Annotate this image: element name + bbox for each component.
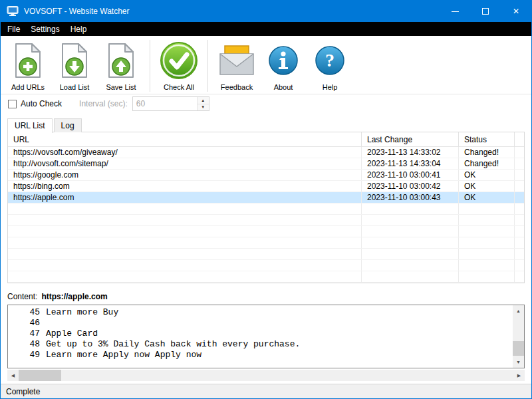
line-text: Learn more Buy xyxy=(46,307,118,318)
line-number: 46 xyxy=(8,318,40,329)
maximize-button[interactable] xyxy=(470,1,501,22)
cell-url: https://google.com xyxy=(8,170,362,180)
line-text: Learn more Apply now Apply now xyxy=(46,350,201,360)
vertical-scrollbar[interactable]: ▲ ▼ xyxy=(513,305,524,368)
auto-check-label: Auto Check xyxy=(21,99,62,108)
content-label: Content: xyxy=(7,292,37,301)
table-row-empty xyxy=(8,283,524,283)
cell-url: http://vovsoft.com/sitemap/ xyxy=(8,158,362,169)
status-text: Complete xyxy=(6,387,40,396)
document-up-arrow-icon xyxy=(106,38,136,83)
maximize-icon xyxy=(482,8,489,15)
minimize-button[interactable] xyxy=(440,1,470,22)
table-row-empty xyxy=(8,203,524,215)
scroll-right-arrow-icon[interactable]: ▶ xyxy=(513,370,525,381)
vertical-scroll-thumb[interactable] xyxy=(513,341,524,356)
load-list-button[interactable]: Load List xyxy=(54,38,95,92)
scroll-left-arrow-icon[interactable]: ◀ xyxy=(7,370,19,381)
cell-status: OK xyxy=(459,181,515,192)
toolbar-separator xyxy=(150,40,150,92)
options-row: Auto Check Interval (sec): 60 ▲ ▼ xyxy=(1,94,531,113)
scroll-down-arrow-icon[interactable]: ▼ xyxy=(513,356,524,368)
toolbar-button-label: Load List xyxy=(60,83,90,92)
add-urls-button[interactable]: Add URLs xyxy=(7,38,49,92)
tab-log[interactable]: Log xyxy=(54,118,82,132)
feedback-button[interactable]: Feedback xyxy=(216,38,257,92)
tabs-section: URL List Log URL Last Change Status http… xyxy=(7,118,525,283)
close-button[interactable]: ✕ xyxy=(501,1,531,22)
cell-url: https://vovsoft.com/giveaway/ xyxy=(8,147,362,158)
check-all-button[interactable]: Check All xyxy=(158,38,200,92)
green-check-circle-icon xyxy=(160,38,198,83)
table-row-empty xyxy=(8,249,524,260)
menu-file[interactable]: File xyxy=(2,23,25,35)
cell-url: https://apple.com xyxy=(8,192,362,203)
cell-last-change: 2023-11-13 14:33:02 xyxy=(362,147,459,158)
toolbar: Add URLs Load List xyxy=(1,36,531,94)
cell-status: Changed! xyxy=(459,147,515,158)
content-text[interactable]: 45Learn more Buy 46 47Apple Card 48Get u… xyxy=(8,305,513,368)
line-text: Get up to 3% Daily Cash back with every … xyxy=(46,339,300,350)
tab-url-list[interactable]: URL List xyxy=(7,118,53,133)
interval-spinbox[interactable]: 60 ▲ ▼ xyxy=(132,96,209,111)
table-row[interactable]: http://vovsoft.com/sitemap/ 2023-11-13 1… xyxy=(8,158,524,170)
toolbar-button-label: Save List xyxy=(106,83,136,92)
table-row[interactable]: https://bing.com 2023-11-10 03:00:42 OK xyxy=(8,181,524,192)
table-row-empty xyxy=(8,215,524,226)
line-number: 47 xyxy=(8,329,40,339)
vertical-scroll-track[interactable] xyxy=(513,317,524,356)
question-circle-icon: ? xyxy=(315,38,345,83)
column-header-status[interactable]: Status xyxy=(459,132,515,146)
toolbar-button-label: Help xyxy=(323,83,338,92)
status-bar: Complete xyxy=(1,384,531,398)
tab-strip: URL List Log xyxy=(7,118,525,132)
menu-bar: File Settings Help xyxy=(1,22,531,36)
document-plus-icon xyxy=(13,38,43,83)
toolbar-button-label: About xyxy=(274,83,293,92)
table-row-empty xyxy=(8,226,524,237)
interval-spin-up[interactable]: ▲ xyxy=(198,97,209,104)
content-url: https://apple.com xyxy=(41,292,107,301)
table-row[interactable]: https://vovsoft.com/giveaway/ 2023-11-13… xyxy=(8,147,524,158)
svg-text:?: ? xyxy=(325,50,334,70)
column-header-filler xyxy=(515,132,525,146)
title-bar: VOVSOFT - Website Watcher ✕ xyxy=(1,1,531,22)
menu-help[interactable]: Help xyxy=(65,23,92,35)
cell-last-change: 2023-11-10 03:00:42 xyxy=(362,181,459,192)
url-list-panel: URL Last Change Status https://vovsoft.c… xyxy=(7,132,525,283)
horizontal-scroll-thumb[interactable] xyxy=(19,370,61,381)
table-row-selected[interactable]: https://apple.com 2023-11-10 03:00:43 OK xyxy=(8,192,524,203)
content-viewer[interactable]: 45Learn more Buy 46 47Apple Card 48Get u… xyxy=(7,305,525,368)
line-text: Apple Card xyxy=(46,329,98,339)
info-circle-icon xyxy=(268,38,299,83)
toolbar-button-label: Check All xyxy=(164,83,194,92)
toolbar-button-label: Add URLs xyxy=(11,83,45,92)
toolbar-separator xyxy=(207,40,208,92)
interval-spin-down[interactable]: ▼ xyxy=(198,104,209,111)
window-title: VOVSOFT - Website Watcher xyxy=(24,7,129,16)
column-header-last-change[interactable]: Last Change xyxy=(362,132,459,146)
scroll-up-arrow-icon[interactable]: ▲ xyxy=(513,305,524,317)
table-header: URL Last Change Status xyxy=(8,132,524,147)
cell-status: OK xyxy=(459,192,515,203)
interval-value[interactable]: 60 xyxy=(133,97,197,110)
help-button[interactable]: ? Help xyxy=(309,38,350,92)
about-button[interactable]: About xyxy=(263,38,304,92)
table-row-empty xyxy=(8,237,524,249)
interval-label: Interval (sec): xyxy=(79,99,128,108)
table-row[interactable]: https://google.com 2023-11-10 03:00:41 O… xyxy=(8,170,524,181)
cell-last-change: 2023-11-10 03:00:43 xyxy=(362,192,459,203)
toolbar-button-label: Feedback xyxy=(221,83,253,92)
save-list-button[interactable]: Save List xyxy=(100,38,142,92)
menu-settings[interactable]: Settings xyxy=(25,23,65,35)
minimize-icon xyxy=(452,11,459,12)
cell-url: https://bing.com xyxy=(8,181,362,192)
horizontal-scrollbar[interactable]: ◀ ▶ xyxy=(7,370,525,381)
auto-check-checkbox[interactable] xyxy=(8,100,17,108)
content-section: Content: https://apple.com 45Learn more … xyxy=(7,289,525,381)
line-number: 48 xyxy=(8,339,40,350)
line-number: 45 xyxy=(8,307,40,318)
column-header-url[interactable]: URL xyxy=(8,132,362,146)
cell-status: Changed! xyxy=(459,158,515,169)
table-row-empty xyxy=(8,271,524,283)
